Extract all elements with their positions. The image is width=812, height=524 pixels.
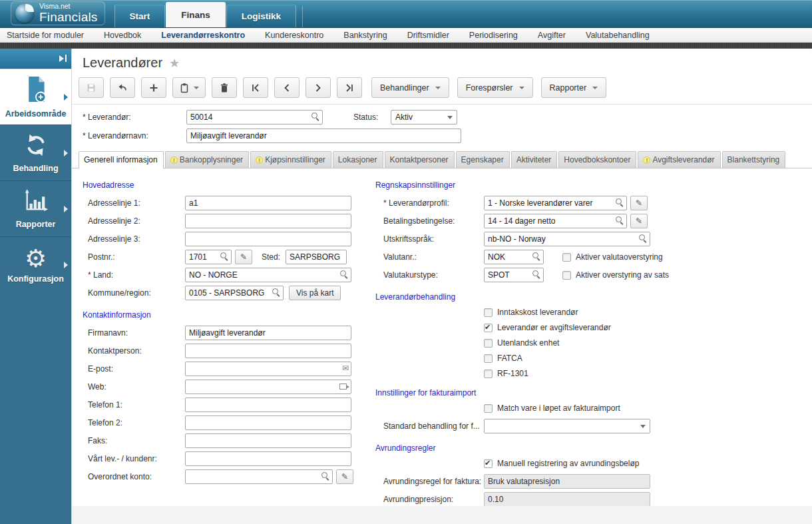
leverandorprofil-input[interactable] (484, 196, 627, 210)
vis-pa-kart-button[interactable]: Vis på kart (289, 286, 341, 300)
module-link-kundereskontro[interactable]: Kundereskontro (265, 31, 323, 40)
faks-input[interactable] (185, 433, 351, 448)
lookup-magnifier-icon[interactable] (616, 198, 624, 206)
sidebar-collapse-toggle[interactable] (0, 49, 71, 69)
firmanavn-input[interactable] (185, 326, 351, 340)
checkbox-box[interactable] (484, 354, 493, 363)
rapporter-menu-button[interactable]: Rapporter (541, 77, 607, 98)
checkbox-leverandor-er-avgiftsleverandor[interactable]: Leverandør er avgiftsleverandør (484, 323, 812, 332)
lookup-magnifier-icon[interactable] (639, 234, 647, 242)
main-tab-logistikk[interactable]: Logistikk (226, 5, 296, 27)
checkbox-rf-1301[interactable]: RF-1301 (484, 369, 812, 378)
module-link-driftsmidler[interactable]: Driftsmidler (407, 31, 449, 40)
tab-avgiftsleverandor[interactable]: ! Avgiftsleverandør (638, 151, 720, 168)
sidebar-item-arbeidsomrade[interactable]: Arbeidsområde (0, 69, 71, 125)
module-link-valutabehandling[interactable]: Valutabehandling (586, 31, 650, 40)
favorite-star-icon[interactable]: ★ (169, 56, 180, 71)
module-link-leverandorreskontro[interactable]: Leverandørreskontro (161, 31, 245, 40)
tab-aktiviteter[interactable]: ! Aktiviteter (511, 151, 558, 168)
checkbox-box[interactable] (562, 271, 571, 280)
overordnet-konto-input[interactable] (185, 469, 333, 484)
module-link-avgifter[interactable]: Avgifter (538, 31, 566, 40)
add-button[interactable] (141, 77, 166, 98)
status-dropdown[interactable]: Aktiv (391, 110, 457, 125)
main-tab-start[interactable]: Start (114, 5, 166, 27)
lookup-magnifier-icon[interactable] (220, 252, 228, 260)
checkbox-box[interactable] (484, 459, 493, 468)
betalingsbetingelse-input[interactable] (484, 214, 627, 228)
sidebar-item-konfigurasjon[interactable]: ⚙ Konfigurasjon (0, 236, 71, 292)
module-link-startside[interactable]: Startside for moduler (7, 31, 84, 40)
edit-pencil-button[interactable]: ✎ (336, 469, 353, 484)
foresporsler-menu-button[interactable]: Forespørsler (457, 77, 533, 98)
module-link-bankstyring[interactable]: Bankstyring (343, 31, 387, 40)
adresselinje-2-input[interactable] (185, 214, 351, 228)
tab-kontaktpersoner[interactable]: ! Kontaktpersoner (385, 151, 455, 168)
tab-kjopsinnstillinger[interactable]: ! Kjøpsinnstillinger (250, 151, 331, 168)
main-tab-finans[interactable]: Finans (166, 2, 226, 27)
module-link-periodisering[interactable]: Periodisering (469, 31, 518, 40)
standard-behandling-dropdown[interactable] (484, 419, 650, 433)
web-input[interactable] (185, 380, 351, 394)
checkbox-aktiver-valutaoverstyring[interactable]: Aktiver valutaoverstyring (562, 252, 663, 262)
lookup-magnifier-icon[interactable] (532, 270, 540, 278)
utskriftssprak-input[interactable] (484, 232, 650, 246)
behandlinger-menu-button[interactable]: Behandlinger (371, 77, 449, 98)
checkbox-manuell-registrering[interactable]: Manuell registrering av avrundingsbeløp (484, 459, 812, 468)
first-record-button[interactable] (243, 77, 268, 98)
sted-input[interactable] (286, 250, 347, 264)
checkbox-box[interactable] (484, 324, 493, 332)
undo-button[interactable] (110, 77, 135, 98)
checkbox-box[interactable] (484, 404, 493, 413)
checkbox-inntakskost-leverandor[interactable]: Inntakskost leverandør (484, 308, 812, 317)
tab-hovedbokskontoer[interactable]: ! Hovedbokskontoer (558, 151, 636, 168)
field-avrundingpresisjon: Avrundingpresisjon: (375, 492, 812, 507)
checkbox-box[interactable] (484, 339, 493, 348)
edit-pencil-button[interactable]: ✎ (630, 196, 648, 210)
last-record-button[interactable] (337, 77, 362, 98)
lookup-magnifier-icon[interactable] (532, 252, 540, 260)
lookup-magnifier-icon[interactable] (340, 270, 348, 278)
previous-record-button[interactable] (274, 77, 300, 98)
checkbox-fatca[interactable]: FATCA (484, 354, 812, 363)
lookup-magnifier-icon[interactable] (321, 472, 329, 480)
sidebar-item-behandling[interactable]: Behandling (0, 125, 71, 180)
kommune-region-input[interactable] (185, 286, 284, 300)
lookup-magnifier-icon[interactable] (311, 113, 319, 121)
edit-pencil-button[interactable]: ✎ (630, 214, 648, 228)
vendor-name-input[interactable] (186, 129, 461, 143)
tab-egenskaper[interactable]: ! Egenskaper (456, 151, 510, 168)
checkbox-utenlandsk-enhet[interactable]: Utenlandsk enhet (484, 338, 812, 348)
telefon-1-input[interactable] (185, 397, 351, 412)
vendor-number-input[interactable] (186, 110, 323, 125)
tab-blankettstyring[interactable]: ! Blankettstyring (722, 151, 786, 168)
module-link-hovedbok[interactable]: Hovedbok (104, 31, 141, 40)
sidebar-item-rapporter[interactable]: Rapporter (0, 180, 71, 236)
checkbox-match-vare[interactable]: Match vare i løpet av fakturaimport (484, 403, 812, 413)
adresselinje-1-input[interactable] (185, 196, 351, 210)
tab-generell-informasjon[interactable]: ! Generell informasjon (79, 151, 164, 168)
tab-bankopplysninger[interactable]: ! Bankopplysninger (165, 151, 249, 168)
checkbox-box[interactable] (484, 308, 493, 317)
telefon-2-input[interactable] (185, 415, 351, 430)
checkbox-box[interactable] (562, 253, 571, 262)
checkbox-box[interactable] (484, 370, 493, 378)
open-link-icon[interactable] (339, 384, 347, 390)
field-adresselinje-3: Adresselinje 3: (83, 232, 375, 246)
clipboard-icon (179, 83, 190, 93)
vart-lev-kundenr-input[interactable] (185, 451, 351, 466)
next-record-button[interactable] (305, 77, 331, 98)
field-label: E-post: (88, 364, 180, 374)
adresselinje-3-input[interactable] (185, 232, 351, 246)
checkbox-aktiver-overstyring-av-sats[interactable]: Aktiver overstyring av sats (562, 270, 669, 280)
kontaktperson-input[interactable] (185, 344, 351, 358)
tab-lokasjoner[interactable]: ! Lokasjoner (333, 151, 383, 168)
lookup-magnifier-icon[interactable] (616, 216, 624, 224)
delete-button[interactable] (212, 77, 237, 98)
epost-input[interactable] (185, 362, 351, 376)
edit-pencil-button[interactable]: ✎ (235, 250, 252, 264)
copy-paste-button[interactable] (172, 77, 206, 98)
lookup-magnifier-icon[interactable] (272, 288, 280, 296)
land-input[interactable] (185, 268, 351, 282)
envelope-icon[interactable]: ✉ (342, 364, 349, 373)
